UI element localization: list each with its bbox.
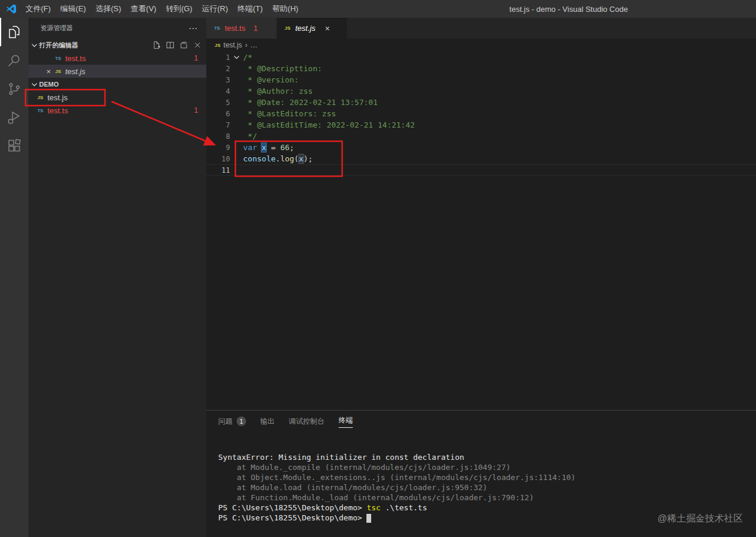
code-token[interactable]: x xyxy=(261,143,266,152)
line-number[interactable]: 5 xyxy=(206,98,230,107)
line-number[interactable]: 9 xyxy=(206,144,230,152)
panel-tab-label: 输出 xyxy=(260,417,275,427)
open-editor-item[interactable]: ×JStest.js xyxy=(28,65,206,78)
code-token[interactable]: /* xyxy=(243,53,253,62)
line-number[interactable]: 1 xyxy=(206,53,230,62)
search-icon[interactable] xyxy=(0,46,28,75)
tree-item[interactable]: TStest.ts1 xyxy=(28,104,206,117)
code-token[interactable]: console xyxy=(243,154,276,163)
code-text[interactable]: * @LastEditors: zss xyxy=(243,109,336,118)
line-number[interactable]: 10 xyxy=(206,155,230,163)
panel-tab-terminal[interactable]: 终端 xyxy=(331,411,360,432)
folder-section-header[interactable]: DEMO xyxy=(28,78,206,91)
terminal-text: at Function.Module._load (internal/modul… xyxy=(218,493,534,502)
code-text[interactable]: * @Date: 2022-02-21 13:57:01 xyxy=(243,98,378,107)
terminal-line: at Module.load (internal/modules/cjs/loa… xyxy=(218,482,750,492)
terminal-text: at Module.load (internal/modules/cjs/loa… xyxy=(218,483,487,492)
line-number[interactable]: 11 xyxy=(206,166,230,174)
line-number[interactable]: 3 xyxy=(206,76,230,84)
panel-tab-problems[interactable]: 问题1 xyxy=(211,411,253,432)
code-token[interactable]: * @version: xyxy=(243,75,304,84)
menu-run[interactable]: 运行(R) xyxy=(197,0,232,18)
menu-view[interactable]: 查看(V) xyxy=(126,0,161,18)
panel-tab-debug-console[interactable]: 调试控制台 xyxy=(282,411,331,432)
tree-item[interactable]: JStest.js xyxy=(28,91,206,104)
menu-go[interactable]: 转到(G) xyxy=(161,0,197,18)
code-line: 7 * @LastEditTime: 2022-02-21 14:21:42 xyxy=(206,119,756,131)
explorer-icon[interactable] xyxy=(0,18,28,46)
code-text[interactable]: * @Descripttion: xyxy=(243,64,327,73)
code-text[interactable]: */ xyxy=(243,132,257,141)
tab-test.ts[interactable]: TStest.ts1 xyxy=(206,18,276,39)
menu-selection[interactable]: 选择(S) xyxy=(91,0,126,18)
breadcrumb: JS test.js › … xyxy=(206,39,756,52)
code-token[interactable]: x xyxy=(299,154,304,163)
line-number[interactable]: 2 xyxy=(206,65,230,73)
code-line: 1/* xyxy=(206,52,756,63)
chevron-down-icon xyxy=(31,82,37,87)
code-token[interactable]: ( xyxy=(294,154,299,163)
window-title: test.js - demo - Visual Studio Code xyxy=(509,5,628,14)
code-token[interactable]: * @LastEditors: zss xyxy=(243,109,336,118)
menu-edit[interactable]: 编辑(E) xyxy=(56,0,91,18)
tab-test.js[interactable]: JStest.js× xyxy=(277,18,347,39)
code-token[interactable]: ); xyxy=(304,154,313,163)
fold-icon[interactable] xyxy=(230,55,243,59)
code-token[interactable]: . xyxy=(276,154,280,163)
split-editor-icon[interactable] xyxy=(166,41,174,49)
code-token[interactable]: log xyxy=(280,154,294,163)
code-line: 9var x = 66; xyxy=(206,142,756,153)
line-number[interactable]: 6 xyxy=(206,110,230,118)
more-actions-icon[interactable]: ⋯ xyxy=(189,23,198,34)
code-text[interactable]: * @LastEditTime: 2022-02-21 14:21:42 xyxy=(243,120,415,129)
open-editors-header[interactable]: 打开的编辑器 xyxy=(28,39,206,52)
save-all-icon[interactable] xyxy=(180,41,188,49)
code-line: 4 * @Author: zss xyxy=(206,85,756,97)
panel-tab-output[interactable]: 输出 xyxy=(253,411,282,432)
code-token[interactable]: var xyxy=(243,143,257,152)
tab-label: test.ts xyxy=(225,24,245,33)
menu-help[interactable]: 帮助(H) xyxy=(267,0,303,18)
new-file-icon[interactable] xyxy=(152,41,161,49)
code-text[interactable]: console.log(x); xyxy=(243,154,312,163)
run-debug-icon[interactable] xyxy=(0,103,28,132)
code-token[interactable]: 66 xyxy=(280,143,290,152)
line-number[interactable]: 4 xyxy=(206,87,230,96)
menu-bar: 文件(F)编辑(E)选择(S)查看(V)转到(G)运行(R)终端(T)帮助(H) xyxy=(21,0,303,18)
code-token[interactable]: * @Descripttion: xyxy=(243,64,327,73)
open-editor-item[interactable]: TStest.ts1 xyxy=(28,52,206,65)
code-token[interactable]: ; xyxy=(289,143,294,152)
breadcrumb-more[interactable]: … xyxy=(250,41,257,49)
terminal-line: at Function.Module._load (internal/modul… xyxy=(218,492,750,503)
code-token[interactable]: */ xyxy=(243,132,257,141)
code-text[interactable]: /* xyxy=(243,53,253,62)
ts-file-icon: TS xyxy=(53,56,63,61)
close-icon[interactable]: × xyxy=(44,67,53,76)
file-label: test.ts xyxy=(65,54,86,63)
code-text[interactable]: var x = 66; xyxy=(243,143,294,152)
code-token[interactable]: * @Author: zss xyxy=(243,87,312,96)
file-label: test.js xyxy=(47,93,68,102)
line-number[interactable]: 7 xyxy=(206,121,230,129)
close-all-icon[interactable] xyxy=(193,41,202,49)
source-control-icon[interactable] xyxy=(0,75,28,103)
code-token[interactable]: = xyxy=(266,143,280,152)
code-text[interactable]: * @version: xyxy=(243,75,304,84)
code-text[interactable]: * @Author: zss xyxy=(243,87,312,96)
code-line: 2 * @Descripttion: xyxy=(206,63,756,74)
sidebar: 资源管理器 ⋯ 打开的编辑器 TStest.ts1×JStest.js DEMO… xyxy=(28,18,206,537)
line-number[interactable]: 8 xyxy=(206,132,230,141)
vscode-window: 文件(F)编辑(E)选择(S)查看(V)转到(G)运行(R)终端(T)帮助(H)… xyxy=(0,0,756,537)
extensions-icon[interactable] xyxy=(0,132,28,160)
code-line: 3 * @version: xyxy=(206,74,756,85)
chevron-right-icon: › xyxy=(245,41,247,49)
code-token[interactable]: * @Date: 2022-02-21 13:57:01 xyxy=(243,98,378,107)
code-editor[interactable]: 1/*2 * @Descripttion: 3 * @version: 4 * … xyxy=(206,52,756,411)
close-icon[interactable]: × xyxy=(325,24,330,33)
js-file-icon: JS xyxy=(283,26,292,31)
breadcrumb-file[interactable]: test.js xyxy=(224,41,242,49)
code-token[interactable]: * @LastEditTime: 2022-02-21 14:21:42 xyxy=(243,120,415,129)
panel-tab-label: 调试控制台 xyxy=(289,417,324,427)
menu-terminal[interactable]: 终端(T) xyxy=(232,0,267,18)
menu-file[interactable]: 文件(F) xyxy=(21,0,56,18)
